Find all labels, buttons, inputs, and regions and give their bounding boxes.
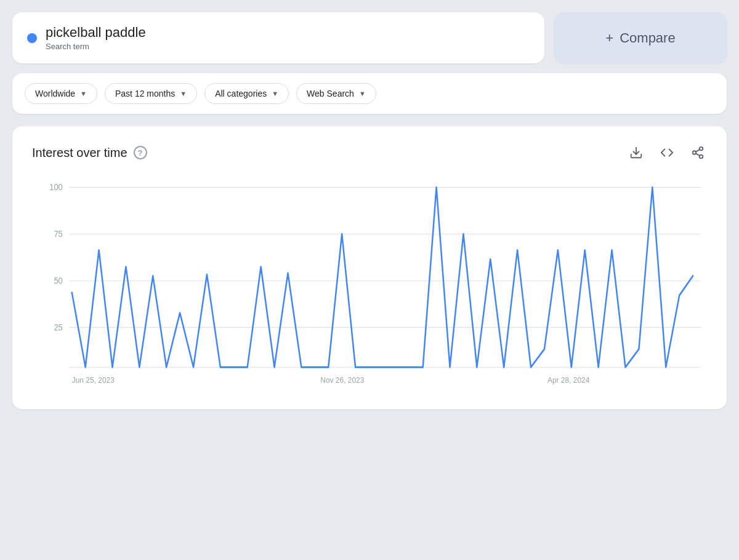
share-button[interactable] bbox=[689, 143, 707, 162]
chart-header: Interest over time ? bbox=[32, 143, 707, 162]
time-chevron-icon: ▼ bbox=[180, 90, 187, 97]
svg-text:25: 25 bbox=[54, 322, 63, 332]
compare-plus-icon: + bbox=[605, 30, 613, 46]
svg-text:100: 100 bbox=[49, 182, 63, 192]
location-filter-label: Worldwide bbox=[35, 89, 75, 98]
interest-over-time-card: Interest over time ? bbox=[12, 126, 727, 409]
search-term-subtitle: Search term bbox=[46, 42, 146, 51]
search-type-chevron-icon: ▼ bbox=[359, 90, 366, 97]
search-type-filter[interactable]: Web Search ▼ bbox=[296, 83, 376, 104]
search-term-card: pickelball paddle Search term bbox=[12, 12, 544, 63]
svg-text:Jun 25, 2023: Jun 25, 2023 bbox=[72, 375, 115, 385]
svg-line-4 bbox=[696, 153, 700, 156]
compare-label: Compare bbox=[620, 30, 675, 46]
filters-bar: Worldwide ▼ Past 12 months ▼ All categor… bbox=[12, 73, 727, 114]
search-term-dot bbox=[27, 33, 37, 43]
line-chart: 100 75 50 25 Jun 25, 2023 Nov 26, 2023 A… bbox=[32, 180, 707, 390]
chart-title-group: Interest over time ? bbox=[32, 146, 147, 160]
category-filter-label: All categories bbox=[215, 89, 267, 98]
svg-text:Nov 26, 2023: Nov 26, 2023 bbox=[320, 375, 364, 385]
compare-card[interactable]: + Compare bbox=[554, 12, 727, 63]
location-chevron-icon: ▼ bbox=[80, 90, 87, 97]
download-button[interactable] bbox=[627, 143, 645, 162]
category-chevron-icon: ▼ bbox=[272, 90, 278, 97]
download-icon bbox=[629, 146, 643, 159]
chart-title: Interest over time bbox=[32, 146, 127, 160]
chart-actions bbox=[627, 143, 707, 162]
search-type-filter-label: Web Search bbox=[307, 89, 354, 98]
help-icon[interactable]: ? bbox=[134, 146, 147, 159]
svg-text:75: 75 bbox=[54, 228, 63, 239]
category-filter[interactable]: All categories ▼ bbox=[204, 83, 289, 104]
embed-icon bbox=[660, 146, 674, 159]
share-icon bbox=[691, 146, 705, 159]
time-filter-label: Past 12 months bbox=[115, 89, 175, 98]
svg-text:Apr 28, 2024: Apr 28, 2024 bbox=[547, 375, 589, 385]
location-filter[interactable]: Worldwide ▼ bbox=[25, 83, 97, 104]
chart-area: 100 75 50 25 Jun 25, 2023 Nov 26, 2023 A… bbox=[32, 180, 707, 390]
search-term-text: pickelball paddle Search term bbox=[46, 25, 146, 51]
svg-line-5 bbox=[696, 150, 700, 152]
svg-text:50: 50 bbox=[54, 275, 63, 286]
time-filter[interactable]: Past 12 months ▼ bbox=[105, 83, 197, 104]
search-term-title: pickelball paddle bbox=[46, 25, 146, 41]
embed-button[interactable] bbox=[658, 143, 676, 162]
